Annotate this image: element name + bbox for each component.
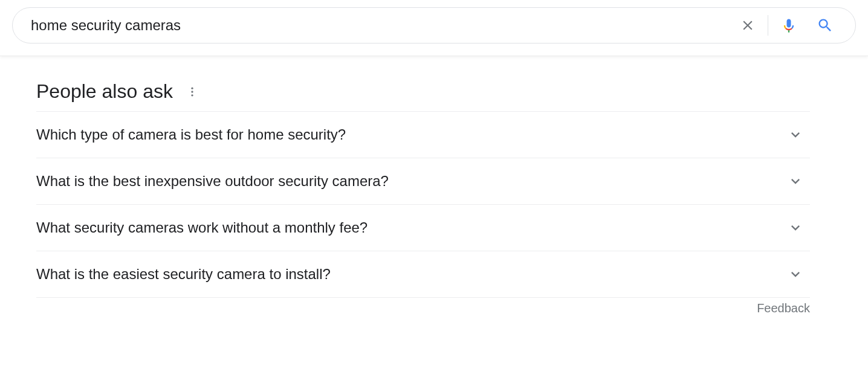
svg-point-1 <box>191 91 193 92</box>
paa-question-text: What is the best inexpensive outdoor sec… <box>36 173 389 190</box>
chevron-down-icon <box>787 173 804 190</box>
chevron-down-icon <box>787 266 804 283</box>
more-vertical-icon <box>186 86 198 98</box>
clear-button[interactable] <box>730 13 765 37</box>
search-input[interactable] <box>31 17 730 34</box>
paa-question-text: What is the easiest security camera to i… <box>36 266 331 283</box>
people-also-ask-list: Which type of camera is best for home se… <box>36 111 810 298</box>
paa-question-item[interactable]: Which type of camera is best for home se… <box>36 112 810 158</box>
search-button[interactable] <box>807 13 843 37</box>
more-options-button[interactable] <box>184 83 201 100</box>
svg-point-0 <box>191 87 193 89</box>
svg-point-2 <box>191 94 193 96</box>
paa-question-item[interactable]: What is the best inexpensive outdoor sec… <box>36 158 810 205</box>
paa-question-text: Which type of camera is best for home se… <box>36 126 346 143</box>
divider <box>768 15 768 36</box>
search-bar <box>12 7 856 43</box>
paa-question-text: What security cameras work without a mon… <box>36 219 368 236</box>
search-icon <box>817 17 834 34</box>
feedback-link[interactable]: Feedback <box>757 301 810 315</box>
results-content: People also ask Which type of camera is … <box>0 56 846 315</box>
chevron-down-icon <box>787 219 804 236</box>
paa-question-item[interactable]: What security cameras work without a mon… <box>36 205 810 251</box>
chevron-down-icon <box>787 126 804 143</box>
microphone-icon <box>780 17 797 34</box>
search-bar-container <box>0 0 868 56</box>
people-also-ask-title: People also ask <box>36 80 173 103</box>
paa-question-item[interactable]: What is the easiest security camera to i… <box>36 251 810 298</box>
close-icon <box>740 18 756 33</box>
feedback-row: Feedback <box>36 298 810 315</box>
voice-search-button[interactable] <box>771 13 807 37</box>
search-icons-group <box>730 13 843 37</box>
people-also-ask-header: People also ask <box>36 80 810 111</box>
